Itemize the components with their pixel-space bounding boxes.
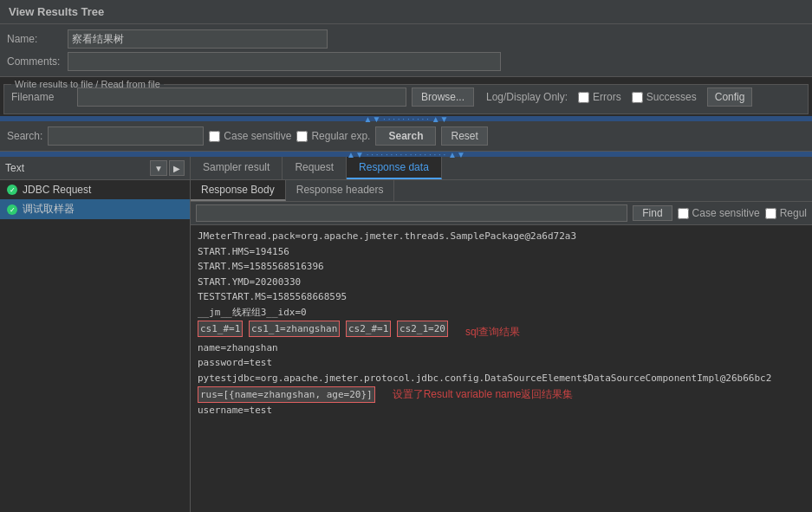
left-panel-controls: ▼ ▶	[150, 160, 185, 176]
regular-exp-checkbox[interactable]	[296, 131, 308, 142]
filename-label: Filename	[11, 91, 72, 103]
regular-exp-label: Regular exp.	[311, 130, 370, 142]
response-line-username: username=test	[198, 403, 805, 418]
find-regex-checkbox[interactable]	[765, 208, 776, 219]
errors-label: Errors	[593, 91, 621, 103]
name-label: Name:	[7, 33, 68, 45]
title-bar: View Results Tree	[0, 0, 812, 24]
response-line-rus: rus=[{name=zhangshan, age=20}]	[198, 386, 375, 404]
tree-item-debug-label: 调试取样器	[23, 202, 75, 217]
regular-exp-group[interactable]: Regular exp.	[296, 130, 370, 142]
sub-tab-response-body[interactable]: Response Body	[191, 180, 286, 201]
find-regex-group[interactable]: Regul	[765, 207, 807, 219]
name-input[interactable]	[68, 29, 328, 49]
response-line-1: START.HMS=194156	[198, 244, 805, 260]
tab-response-data[interactable]: Response data	[347, 157, 442, 179]
tree-item-debug[interactable]: ✓ 调试取样器	[0, 199, 190, 219]
sub-tabs-row: Response Body Response headers	[191, 180, 812, 202]
title-label: View Results Tree	[9, 5, 104, 18]
file-row: Filename Browse... Log/Display Only: Err…	[11, 87, 801, 110]
case-sensitive-label: Case sensitive	[224, 130, 291, 142]
tree-icon-debug: ✓	[5, 203, 19, 217]
find-case-sensitive-checkbox[interactable]	[678, 208, 689, 219]
tree-icon-jdbc: ✓	[5, 183, 19, 197]
name-section: Name: Comments:	[0, 24, 812, 77]
successes-label: Successes	[646, 91, 697, 103]
case-sensitive-checkbox[interactable]	[209, 131, 220, 142]
tab-request[interactable]: Request	[283, 157, 347, 179]
search-button[interactable]: Search	[375, 126, 436, 146]
find-regex-label: Regul	[780, 207, 807, 219]
response-body: JMeterThread.pack=org.apache.jmeter.thre…	[191, 225, 812, 512]
tree-item-jdbc[interactable]: ✓ JDBC Request	[0, 180, 190, 199]
tree-area: ✓ JDBC Request ✓ 调试取样器	[0, 180, 190, 512]
response-line-4: TESTSTART.MS=1585568668595	[198, 289, 805, 305]
tab-sampler-result[interactable]: Sampler result	[191, 157, 283, 179]
left-panel: Text ▼ ▶ ✓ JDBC Request	[0, 157, 191, 512]
annotation-result: 设置了Result variable name返回结果集	[393, 386, 574, 403]
divider-bar-2: ▲▼ · · · · · · · · · · · · · · · · · ▲▼	[0, 152, 812, 157]
case-sensitive-group[interactable]: Case sensitive	[209, 130, 291, 142]
annotation-result-text: 设置了Result variable name返回结果集	[393, 388, 574, 400]
successes-checkbox[interactable]	[632, 92, 643, 103]
filename-input[interactable]	[77, 87, 406, 107]
divider-bar: ▲▼ · · · · · · · · · · ▲▼	[0, 116, 812, 121]
log-display-label: Log/Display Only:	[486, 91, 568, 103]
errors-checkbox-group[interactable]: Errors	[578, 91, 621, 103]
highlighted-lines: cs1_#=1 cs1_1=zhangshan cs2_#=1 cs2_1=20	[198, 321, 448, 338]
tree-item-jdbc-label: JDBC Request	[23, 184, 91, 196]
annotation-sql: sql查询结果	[465, 324, 520, 340]
main-area: Text ▼ ▶ ✓ JDBC Request	[0, 157, 812, 512]
annotation-sql-text: sql查询结果	[465, 326, 520, 338]
expand-button[interactable]: ▼	[150, 160, 167, 176]
comments-row: Comments:	[7, 50, 805, 73]
name-row: Name:	[7, 28, 805, 50]
response-line-5: __jm__线程组3__idx=0	[198, 305, 805, 321]
find-button[interactable]: Find	[633, 205, 672, 221]
response-line-name: name=zhangshan	[198, 340, 805, 356]
svg-text:✓: ✓	[10, 206, 16, 214]
response-line-pytestjdbc: pytestjdbc=org.apache.jmeter.protocol.jd…	[198, 371, 805, 386]
annotated-block-2: rus=[{name=zhangshan, age=20}] 设置了Result…	[198, 386, 805, 404]
left-panel-header: Text ▼ ▶	[0, 157, 190, 180]
search-bar: Search: Case sensitive Regular exp. Sear…	[0, 121, 812, 152]
response-line-3: START.YMD=20200330	[198, 275, 805, 290]
left-panel-title: Text	[5, 162, 24, 174]
find-input[interactable]	[196, 204, 627, 222]
browse-button[interactable]: Browse...	[412, 87, 474, 107]
response-line-cs2-hash: cs2_#=1	[346, 321, 391, 338]
successes-checkbox-group[interactable]: Successes	[632, 91, 697, 103]
sub-tab-response-headers[interactable]: Response headers	[286, 180, 395, 201]
comments-input[interactable]	[68, 52, 501, 71]
search-input[interactable]	[48, 126, 204, 146]
comments-label: Comments:	[7, 55, 68, 68]
reset-button[interactable]: Reset	[441, 126, 487, 146]
divider-arrows-2: ▲▼ · · · · · · · · · · · · · · · · · ▲▼	[347, 150, 465, 159]
config-button[interactable]: Config	[707, 87, 753, 107]
errors-checkbox[interactable]	[578, 92, 589, 103]
find-case-sensitive-label: Case sensitive	[692, 207, 760, 219]
annotated-block-1: cs1_#=1 cs1_1=zhangshan cs2_#=1 cs2_1=20…	[198, 321, 805, 340]
collapse-button[interactable]: ▶	[169, 160, 185, 176]
search-label: Search:	[7, 130, 42, 142]
divider-arrows: ▲▼ · · · · · · · · · · ▲▼	[364, 114, 449, 124]
response-line-2: START.MS=1585568516396	[198, 259, 805, 275]
response-line-password: password=test	[198, 355, 805, 371]
response-line-cs1-1: cs1_1=zhangshan	[249, 321, 340, 338]
file-group: Write results to file / Read from file F…	[3, 79, 809, 114]
response-line-cs2-1: cs2_1=20	[397, 321, 448, 338]
right-panel: Sampler result Request Response data Res…	[191, 157, 812, 512]
tabs-row: Sampler result Request Response data	[191, 157, 812, 180]
svg-text:✓: ✓	[10, 186, 16, 194]
find-bar: Find Case sensitive Regul	[191, 202, 812, 225]
response-line-cs1-hash: cs1_#=1	[198, 321, 243, 338]
find-case-sensitive-group[interactable]: Case sensitive	[678, 207, 760, 219]
response-line-0: JMeterThread.pack=org.apache.jmeter.thre…	[198, 229, 805, 244]
